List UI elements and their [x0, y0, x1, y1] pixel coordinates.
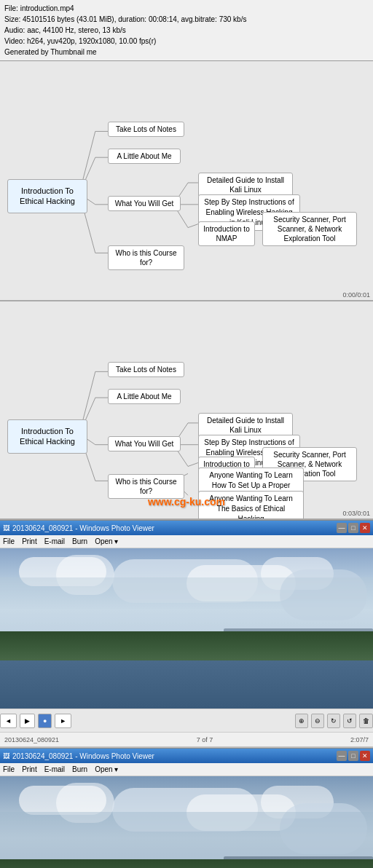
menubar-1: File Print E-mail Burn Open ▾ — [0, 535, 373, 548]
landscape-scene-1 — [0, 548, 373, 709]
menu-open-2[interactable]: Open ▾ — [95, 765, 118, 773]
title-text-2: 20130624_080921 - Windows Photo Viewer — [12, 752, 337, 760]
minimize-btn-1[interactable]: — — [337, 523, 347, 533]
node-sec-scanner-1: Security Scanner, PortScanner, & Network… — [262, 212, 357, 246]
node-detailed-guide-2: Detailed Guide to Install Kali Linux — [198, 413, 293, 438]
node-what-get-2: What You Will Get — [108, 436, 181, 451]
prev-btn-1[interactable]: ◄ — [0, 714, 17, 728]
title-text-1: 20130624_080921 - Windows Photo Viewer — [12, 524, 337, 532]
central-node-2: Introduction ToEthical Hacking — [7, 419, 87, 454]
play-btn-1[interactable]: ▶ — [20, 714, 35, 728]
rotate-cw-btn-1[interactable]: ↻ — [327, 714, 340, 728]
node-what-get-1: What You Will Get — [108, 196, 181, 211]
menu-print-1[interactable]: Print — [22, 537, 37, 545]
zoom-out-btn-1[interactable]: ⊖ — [311, 714, 324, 728]
status-count-1: 7 of 7 — [197, 736, 213, 743]
node-take-lots-2: Take Lots of Notes — [108, 362, 184, 377]
maximize-btn-2[interactable]: □ — [348, 751, 358, 761]
file-info-line5: Generated by Thumbnail me — [4, 47, 369, 58]
statusbar-1: 20130624_080921 7 of 7 2:07/7 — [0, 732, 373, 746]
node-detailed-guide-1: Detailed Guide to Install Kali Linux — [198, 173, 293, 197]
file-info-line3: Audio: aac, 44100 Hz, stereo, 13 kb/s — [4, 25, 369, 36]
file-info-line1: File: introduction.mp4 — [4, 3, 369, 14]
titlebar-1: 🖼 20130624_080921 - Windows Photo Viewer… — [0, 521, 373, 535]
menu-burn-1[interactable]: Burn — [72, 537, 87, 545]
photo-area-1 — [0, 548, 373, 709]
node-about-me-1: A Little About Me — [108, 149, 181, 164]
timestamp-2: 0:03/0:01 — [342, 510, 370, 517]
menu-file-2[interactable]: File — [3, 765, 15, 773]
mindmap-panel-2: Introduction ToEthical Hacking Take Lots… — [0, 301, 373, 520]
central-node-1: Introduction ToEthical Hacking — [7, 179, 87, 213]
close-btn-2[interactable]: ✕ — [360, 751, 370, 761]
file-info-header: File: introduction.mp4 Size: 45101516 by… — [0, 0, 373, 61]
rotate-ccw-btn-1[interactable]: ↺ — [343, 714, 356, 728]
photo-viewer-2: 🖼 20130624_080921 - Windows Photo Viewer… — [0, 748, 373, 868]
menu-email-1[interactable]: E-mail — [44, 537, 65, 545]
photo-area-2 — [0, 776, 373, 868]
menu-email-2[interactable]: E-mail — [44, 765, 65, 773]
zoom-in-btn-1[interactable]: ⊕ — [295, 714, 308, 728]
svg-line-14 — [188, 224, 198, 228]
node-take-lots-1: Take Lots of Notes — [108, 122, 184, 137]
titlebar-2: 🖼 20130624_080921 - Windows Photo Viewer… — [0, 749, 373, 763]
menu-burn-2[interactable]: Burn — [72, 765, 87, 773]
timestamp-1: 0:00/0:01 — [342, 291, 370, 299]
watermark: www.cg-ku.com — [148, 496, 225, 508]
window-controls-2[interactable]: — □ ✕ — [337, 751, 370, 761]
menu-open-1[interactable]: Open ▾ — [95, 537, 118, 545]
photo-viewer-1: 🖼 20130624_080921 - Windows Photo Viewer… — [0, 520, 373, 746]
menubar-2: File Print E-mail Burn Open ▾ — [0, 763, 373, 776]
nav-toolbar-1: ◄ ▶ ● ► ⊕ ⊖ ↻ ↺ 🗑 — [0, 709, 373, 732]
current-btn-1[interactable]: ● — [38, 714, 52, 728]
minimize-btn-2[interactable]: — — [337, 751, 347, 761]
svg-line-31 — [188, 463, 198, 467]
node-intro-nmap-1: Introduction toNMAP — [198, 221, 255, 246]
node-about-me-2: A Little About Me — [108, 389, 181, 404]
landscape-scene-2 — [0, 776, 373, 868]
land-2 — [0, 859, 373, 868]
next-btn-1[interactable]: ► — [55, 714, 71, 728]
node-who-for-2: Who is this Course for? — [108, 474, 184, 499]
file-info-line2: Size: 45101516 bytes (43.01 MiB), durati… — [4, 14, 369, 25]
land-1 — [0, 631, 373, 663]
close-btn-1[interactable]: ✕ — [360, 523, 370, 533]
water-1 — [0, 660, 373, 709]
maximize-btn-1[interactable]: □ — [348, 523, 358, 533]
file-info-line4: Video: h264, yuv420p, 1920x1080, 10.00 f… — [4, 36, 369, 47]
node-who-for-1: Who is this Course for? — [108, 245, 184, 270]
window-controls-1[interactable]: — □ ✕ — [337, 523, 370, 533]
menu-print-2[interactable]: Print — [22, 765, 37, 773]
menu-file-1[interactable]: File — [3, 537, 15, 545]
delete-btn-1[interactable]: 🗑 — [359, 714, 373, 728]
status-filename-1: 20130624_080921 — [4, 736, 59, 743]
mindmap-panel-1: Introduction ToEthical Hacking Take Lots… — [0, 61, 373, 301]
status-timestamp-1: 2:07/7 — [350, 736, 369, 743]
